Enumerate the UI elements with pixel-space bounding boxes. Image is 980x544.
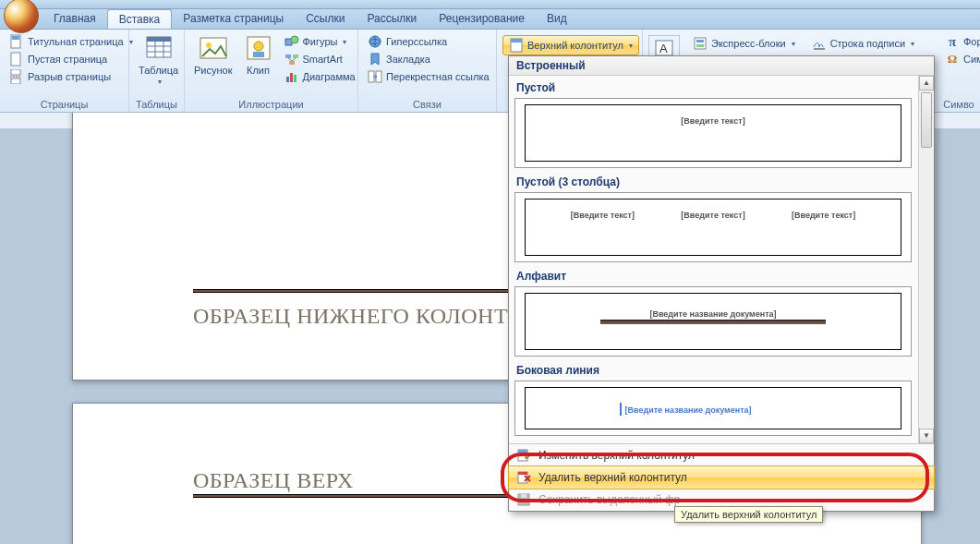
svg-rect-36 (695, 38, 706, 49)
gallery-footer: Изменить верхний колонтитул Удалить верх… (509, 443, 934, 511)
placeholder-text: [Введите текст] (681, 116, 744, 126)
header-button[interactable]: Верхний колонтитул ▾ (502, 35, 639, 55)
svg-point-18 (291, 36, 298, 43)
chevron-down-icon: ▾ (792, 40, 795, 48)
placeholder-text: [Введите название документа] (625, 405, 752, 415)
table-button[interactable]: Таблица ▾ (135, 31, 182, 88)
group-illustrations: Рисунок Клип Фигуры ▾ (185, 30, 358, 112)
tab-references[interactable]: Ссылки (295, 9, 356, 29)
placeholder-text: [Введите название документа] (649, 309, 776, 319)
chevron-down-icon: ▾ (343, 38, 346, 46)
gallery-item-blank-title: Пустой (516, 81, 912, 94)
gallery-builtin-heading: Встроенный (509, 56, 934, 76)
edit-header-menu[interactable]: Изменить верхний колонтитул (509, 444, 934, 466)
quickparts-label: Экспресс-блоки (711, 38, 786, 49)
crossref-icon (368, 69, 382, 84)
tab-view[interactable]: Вид (536, 9, 578, 29)
remove-icon (516, 470, 531, 485)
cover-page-button[interactable]: Титульная страница ▾ (6, 33, 137, 50)
cover-page-icon (9, 34, 24, 49)
tab-page-layout[interactable]: Разметка страницы (172, 9, 295, 29)
header-label: Верхний колонтитул (527, 40, 623, 51)
chart-button[interactable]: Диаграмма (281, 68, 359, 85)
group-pages: Титульная страница ▾ Пустая страница Раз… (0, 30, 129, 112)
blank-page-label: Пустая страница (28, 54, 107, 65)
crossref-label: Перекрестная ссылка (386, 71, 490, 82)
chevron-down-icon: ▾ (629, 42, 633, 50)
remove-header-menu[interactable]: Удалить верхний колонтитул (508, 465, 935, 490)
gallery-item-alphabet[interactable]: [Введите название документа] (514, 286, 912, 357)
table-icon (144, 33, 174, 63)
bookmark-button[interactable]: Закладка (364, 51, 493, 67)
svg-rect-25 (290, 73, 293, 82)
tooltip: Удалить верхний колонтитул (674, 506, 823, 523)
quickparts-button[interactable]: Экспресс-блоки ▾ (689, 35, 799, 52)
clipart-icon (244, 33, 273, 63)
picture-button[interactable]: Рисунок (190, 31, 236, 78)
svg-rect-41 (518, 450, 527, 453)
picture-label: Рисунок (194, 65, 233, 76)
signature-button[interactable]: Строка подписи ▾ (808, 35, 918, 52)
group-links-label: Связи (364, 98, 490, 112)
scroll-down-icon[interactable]: ▼ (919, 429, 934, 443)
svg-rect-26 (294, 75, 296, 82)
page-break-button[interactable]: Разрыв страницы (6, 68, 137, 85)
blank-page-icon (9, 52, 24, 66)
svg-rect-19 (285, 54, 291, 58)
svg-text:A: A (659, 42, 668, 55)
smartart-button[interactable]: SmartArt (281, 51, 359, 67)
svg-line-23 (292, 58, 296, 61)
tab-review[interactable]: Рецензирование (428, 9, 536, 29)
group-tables: Таблица ▾ Таблицы (129, 30, 185, 112)
shapes-button[interactable]: Фигуры ▾ (281, 33, 359, 50)
signature-icon (812, 36, 827, 51)
chevron-down-icon: ▾ (158, 78, 162, 86)
equation-label: Форм (963, 36, 980, 47)
placeholder-text: [Введите текст] (571, 211, 635, 220)
svg-rect-16 (253, 52, 264, 57)
hyperlink-label: Гиперссылка (386, 36, 447, 47)
svg-rect-3 (11, 69, 20, 75)
table-label: Таблица (139, 65, 178, 76)
shapes-label: Фигуры (303, 36, 338, 47)
equation-button[interactable]: π Форм (941, 33, 980, 50)
group-symbols-label: Симво (941, 98, 976, 112)
crossref-button[interactable]: Перекрестная ссылка (364, 68, 493, 85)
header-gallery-dropdown: Встроенный ▲ ▼ Пустой [Введите текст] Пу… (508, 55, 935, 512)
svg-rect-7 (147, 37, 171, 42)
clipart-button[interactable]: Клип (240, 31, 277, 78)
chevron-down-icon: ▾ (911, 40, 914, 48)
remove-header-label: Удалить верхний колонтитул (538, 471, 687, 484)
shapes-icon (284, 34, 299, 49)
group-pages-label: Страницы (6, 98, 123, 112)
blank-page-button[interactable]: Пустая страница (6, 51, 137, 67)
gallery-item-blank-3col[interactable]: [Введите текст] [Введите текст] [Введите… (514, 192, 912, 262)
gallery-item-sideline[interactable]: [Введите название документа] (514, 381, 912, 436)
picture-icon (199, 33, 228, 63)
scroll-up-icon[interactable]: ▲ (919, 76, 934, 91)
svg-rect-2 (11, 53, 20, 66)
tab-home[interactable]: Главная (42, 9, 107, 29)
clipart-label: Клип (247, 65, 270, 76)
tab-mailings[interactable]: Рассылки (356, 9, 428, 29)
gallery-item-blank[interactable]: [Введите текст] (514, 98, 912, 168)
bookmark-icon (368, 52, 382, 66)
gallery-scrollbar[interactable]: ▲ ▼ (918, 76, 934, 443)
bookmark-label: Закладка (386, 54, 430, 65)
ribbon-tabs: Главная Вставка Разметка страницы Ссылки… (0, 9, 980, 30)
titlebar (0, 0, 980, 9)
svg-rect-33 (511, 39, 522, 42)
scroll-thumb[interactable] (921, 92, 932, 148)
hyperlink-button[interactable]: Гиперссылка (364, 33, 493, 50)
tab-insert[interactable]: Вставка (107, 9, 173, 29)
group-links: Гиперссылка Закладка Перекрестная ссылка… (358, 30, 497, 112)
symbol-button[interactable]: Ω Симв (941, 51, 980, 67)
cover-page-label: Титульная страница (28, 36, 124, 47)
omega-icon: Ω (945, 52, 960, 66)
pi-icon: π (945, 34, 960, 49)
signature-label: Строка подписи (830, 38, 905, 49)
chart-label: Диаграмма (303, 71, 356, 82)
textbox-icon: A (655, 40, 673, 56)
svg-point-15 (254, 42, 263, 51)
page-break-label: Разрыв страницы (28, 71, 111, 82)
